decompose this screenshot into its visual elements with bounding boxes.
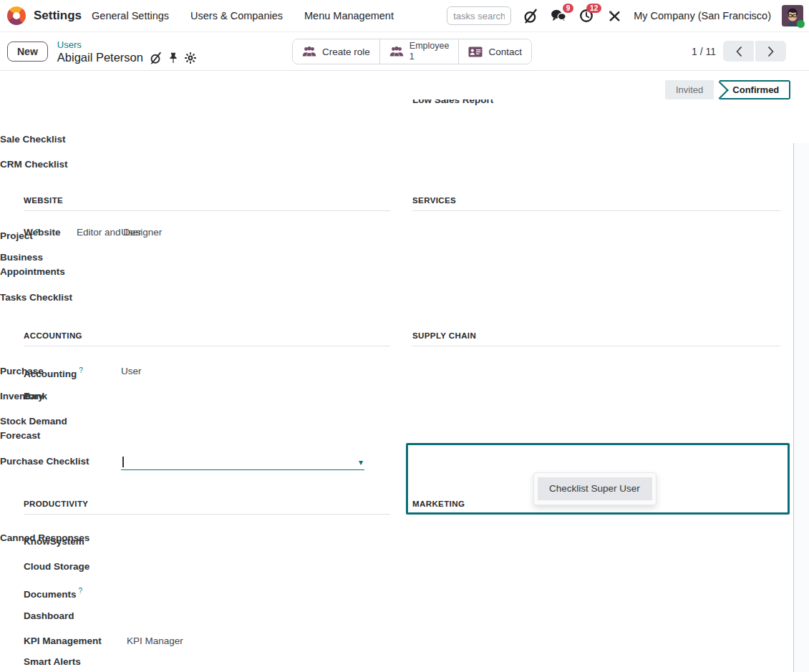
company-switcher[interactable]: My Company (San Francisco) [634, 10, 771, 21]
menu-menu-management[interactable]: Menu Management [304, 10, 394, 21]
id-card-icon [468, 47, 483, 57]
create-role-button[interactable]: Create role [293, 39, 379, 64]
pager-value[interactable]: 1 / 11 [692, 46, 716, 57]
messages-icon[interactable]: 9 [550, 7, 567, 24]
breadcrumb-users-link[interactable]: Users [57, 40, 82, 51]
scrollbar-gutter[interactable] [793, 143, 809, 672]
activities-badge: 12 [586, 4, 601, 13]
tools-icon[interactable] [606, 7, 623, 24]
section-website: WEBSITE [24, 196, 390, 211]
app-name[interactable]: Settings [34, 9, 82, 23]
field-purchase: Purchase User [0, 364, 142, 379]
employee-stat-button[interactable]: Employee 1 [379, 39, 459, 64]
purchase-value[interactable]: User [121, 364, 142, 379]
contact-button[interactable]: Contact [458, 39, 531, 64]
smart-button-group: Create role Employee 1 Contact [292, 39, 532, 64]
messages-badge: 9 [563, 4, 574, 13]
field-low-sales-report: Low Sales Report [412, 99, 570, 109]
kpi-management-value[interactable]: KPI Manager [127, 634, 183, 648]
pager-next-button[interactable] [755, 41, 786, 62]
odoo-app-icon[interactable] [7, 6, 26, 25]
purchase-checklist-dropdown: Checklist Super User [533, 472, 657, 505]
contact-label: Contact [488, 47, 522, 57]
systray: 9 12 My Company (San Francisco) [447, 5, 803, 26]
purchase-checklist-input[interactable]: ▾ [121, 454, 364, 470]
field-project: Project? User [0, 225, 142, 243]
field-documents: Documents? [24, 584, 82, 602]
chevron-left-icon [735, 46, 742, 57]
users-icon [389, 46, 404, 57]
field-kpi-management: KPI Management KPI Manager [24, 634, 183, 648]
project-value[interactable]: User [121, 225, 142, 243]
statusbar: Invited Confirmed [665, 80, 790, 99]
pager-previous-button[interactable] [723, 41, 754, 62]
field-business-appointments: Business Appointments [0, 250, 121, 279]
section-accounting: ACCOUNTING [24, 331, 390, 346]
control-panel: New Users Abigail Peterson Create role [0, 32, 809, 71]
status-step-confirmed[interactable]: Confirmed [720, 80, 790, 99]
field-inventory: Inventory [0, 389, 121, 404]
status-step-invited[interactable]: Invited [665, 80, 714, 99]
online-status-dot [797, 20, 805, 28]
pin-icon[interactable] [168, 52, 178, 64]
menu-users-companies[interactable]: Users & Companies [190, 10, 283, 21]
field-stock-demand-forecast: Stock Demand Forecast [0, 414, 121, 443]
field-tasks-checklist: Tasks Checklist [0, 291, 121, 305]
tasks-search-input[interactable] [447, 6, 511, 25]
circle-slash-icon[interactable] [522, 7, 539, 24]
create-role-label: Create role [322, 47, 370, 57]
employee-stat-label: Employee [410, 41, 450, 52]
field-cloud-storage: Cloud Storage [24, 560, 89, 574]
top-navbar: Settings General Settings Users & Compan… [0, 0, 809, 32]
menu-general-settings[interactable]: General Settings [92, 10, 169, 21]
app-menu: General Settings Users & Companies Menu … [92, 10, 394, 21]
section-supply-chain: SUPPLY CHAIN [412, 331, 780, 346]
help-icon[interactable]: ? [79, 587, 83, 595]
users-icon [302, 46, 316, 57]
field-smart-alerts: Smart Alerts [24, 655, 81, 669]
field-sale-checklist: Sale Checklist [0, 132, 121, 147]
field-dashboard: Dashboard [24, 609, 74, 623]
field-canned-responses: Canned Responses [0, 531, 121, 545]
record-title: Abigail Peterson [57, 51, 143, 64]
section-services: SERVICES [412, 196, 780, 211]
help-icon[interactable]: ? [35, 228, 39, 236]
field-purchase-checklist: Purchase Checklist ▾ [0, 454, 364, 470]
caret-down-icon[interactable]: ▾ [359, 455, 363, 469]
user-avatar[interactable] [782, 5, 803, 26]
field-crm-checklist: CRM Checklist [0, 157, 121, 172]
gear-icon[interactable] [185, 52, 196, 64]
section-productivity: PRODUCTIVITY [24, 500, 390, 515]
employee-stat-count: 1 [410, 52, 415, 62]
text-cursor [122, 457, 124, 467]
dropdown-option-checklist-super-user[interactable]: Checklist Super User [538, 477, 652, 500]
activities-clock-icon[interactable]: 12 [578, 7, 595, 24]
chevron-right-icon [767, 46, 775, 57]
breadcrumb: Users Abigail Peterson [57, 38, 196, 64]
circle-slash-icon[interactable] [150, 52, 162, 64]
new-button[interactable]: New [7, 42, 48, 62]
form-sheet: Invited Confirmed Low Sales Report Sale … [0, 71, 793, 671]
pager: 1 / 11 [692, 41, 786, 62]
